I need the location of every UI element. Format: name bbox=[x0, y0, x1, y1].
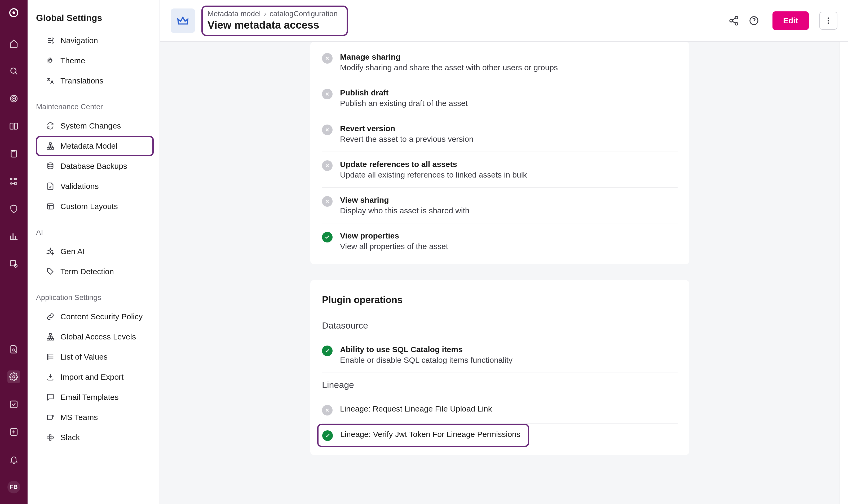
sidebar-item-metadata-model[interactable]: Metadata Model bbox=[36, 136, 154, 156]
check-icon bbox=[322, 232, 332, 242]
svg-point-22 bbox=[51, 60, 52, 60]
svg-rect-10 bbox=[15, 183, 17, 184]
sidebar-item-label: Term Detection bbox=[60, 267, 114, 276]
settings-sidebar: Global Settings NavigationThemeTranslati… bbox=[28, 0, 160, 504]
sidebar-item-theme[interactable]: Theme bbox=[36, 51, 154, 71]
svg-point-8 bbox=[10, 183, 12, 184]
sidebar-item-validations[interactable]: Validations bbox=[36, 176, 154, 196]
topbar: Metadata model › catalogConfiguration Vi… bbox=[160, 0, 848, 42]
sidebar-item-system-changes[interactable]: System Changes bbox=[36, 116, 154, 136]
svg-point-43 bbox=[730, 19, 733, 22]
plugin-row: Lineage: Verify Jwt Token For Lineage Pe… bbox=[317, 424, 529, 447]
sidebar-item-label: Gen AI bbox=[60, 247, 85, 256]
sidebar-group-label: Maintenance Center bbox=[36, 103, 154, 111]
sidebar-item-translations[interactable]: Translations bbox=[36, 71, 154, 91]
rail-home-icon[interactable] bbox=[7, 37, 20, 50]
icon-rail: FB bbox=[0, 0, 28, 504]
plugin-subsection-title: Lineage bbox=[322, 373, 678, 396]
edit-button[interactable]: Edit bbox=[773, 12, 809, 30]
svg-point-33 bbox=[47, 355, 48, 356]
svg-rect-32 bbox=[49, 338, 51, 340]
check-icon bbox=[322, 430, 333, 441]
rail-bell-icon[interactable] bbox=[7, 453, 20, 466]
plugin-row: Lineage: Request Lineage File Upload Lin… bbox=[322, 396, 678, 424]
permission-desc: Update all existing references to linked… bbox=[340, 170, 527, 179]
permission-row: View sharingDisplay who this asset is sh… bbox=[322, 187, 678, 223]
plugin-row-title: Ability to use SQL Catalog items bbox=[340, 345, 512, 354]
rail-shield-icon[interactable] bbox=[7, 202, 20, 215]
svg-rect-36 bbox=[48, 415, 52, 420]
permission-row: Revert versionRevert the asset to a prev… bbox=[322, 116, 678, 152]
sidebar-item-label: List of Values bbox=[60, 353, 108, 361]
permission-title: View sharing bbox=[340, 196, 470, 204]
breadcrumb-item[interactable]: Metadata model bbox=[208, 10, 261, 18]
rail-inspect-icon[interactable] bbox=[7, 257, 20, 270]
rail-book-icon[interactable] bbox=[7, 120, 20, 132]
sidebar-item-content-security-policy[interactable]: Content Security Policy bbox=[36, 307, 154, 327]
plugin-row-label: Lineage: Request Lineage File Upload Lin… bbox=[340, 404, 492, 413]
svg-rect-26 bbox=[49, 148, 51, 149]
help-icon[interactable] bbox=[747, 14, 761, 28]
sidebar-title: Global Settings bbox=[28, 0, 160, 31]
sidebar-item-email-templates[interactable]: Email Templates bbox=[36, 387, 154, 407]
avatar[interactable]: FB bbox=[7, 481, 20, 493]
sidebar-group-label: Application Settings bbox=[36, 293, 154, 302]
breadcrumb-item[interactable]: catalogConfiguration bbox=[270, 10, 338, 18]
sidebar-item-label: Translations bbox=[60, 76, 103, 85]
right-gutter bbox=[840, 42, 848, 504]
sidebar-item-term-detection[interactable]: Term Detection bbox=[36, 262, 154, 282]
sidebar-item-ms-teams[interactable]: MS Teams bbox=[36, 407, 154, 428]
share-icon[interactable] bbox=[727, 14, 741, 28]
svg-rect-41 bbox=[51, 437, 54, 438]
sidebar-item-label: Database Backups bbox=[60, 162, 127, 170]
sync-icon bbox=[46, 121, 55, 131]
svg-point-42 bbox=[735, 16, 738, 19]
rail-target-icon[interactable] bbox=[7, 92, 20, 105]
sidebar-item-navigation[interactable]: Navigation bbox=[36, 31, 154, 51]
sidebar-item-label: Navigation bbox=[60, 36, 98, 45]
permission-desc: Revert the asset to a previous version bbox=[340, 134, 473, 144]
svg-point-20 bbox=[49, 60, 50, 60]
sidebar-item-database-backups[interactable]: Database Backups bbox=[36, 156, 154, 176]
plugin-subsection-title: Datasource bbox=[322, 313, 678, 337]
svg-rect-25 bbox=[52, 148, 54, 149]
page-title: View metadata access bbox=[208, 19, 338, 31]
check-icon bbox=[322, 345, 332, 356]
rail-settings-icon[interactable] bbox=[7, 371, 20, 383]
sidebar-item-gen-ai[interactable]: Gen AI bbox=[36, 241, 154, 262]
permission-row: View propertiesView all properties of th… bbox=[322, 223, 678, 259]
svg-rect-29 bbox=[49, 334, 51, 335]
app-logo-icon bbox=[7, 6, 20, 19]
svg-rect-6 bbox=[11, 150, 16, 157]
x-icon bbox=[322, 53, 332, 64]
plugin-section-title: Plugin operations bbox=[322, 280, 678, 313]
rail-check-icon[interactable] bbox=[7, 398, 20, 411]
database-icon bbox=[46, 161, 55, 171]
sidebar-item-custom-layouts[interactable]: Custom Layouts bbox=[36, 196, 154, 216]
rail-search-icon[interactable] bbox=[7, 65, 20, 77]
permission-row: Manage sharingModify sharing and share t… bbox=[322, 44, 678, 80]
permission-title: Update references to all assets bbox=[340, 160, 527, 169]
rail-clipboard-icon[interactable] bbox=[7, 147, 20, 160]
sidebar-item-slack[interactable]: Slack bbox=[36, 428, 154, 448]
sidebar-item-import-and-export[interactable]: Import and Export bbox=[36, 367, 154, 387]
rail-doc-search-icon[interactable] bbox=[7, 343, 20, 356]
plugin-row-desc: Enable or disable SQL catalog items func… bbox=[340, 356, 512, 365]
sidebar-item-label: MS Teams bbox=[60, 413, 98, 422]
svg-point-5 bbox=[14, 98, 14, 99]
svg-point-17 bbox=[52, 38, 53, 39]
sidebar-item-global-access-levels[interactable]: Global Access Levels bbox=[36, 327, 154, 347]
permission-row: Update references to all assetsUpdate al… bbox=[322, 152, 678, 187]
rail-flow-icon[interactable] bbox=[7, 175, 20, 187]
permission-title: Manage sharing bbox=[340, 52, 558, 61]
more-button[interactable] bbox=[819, 12, 837, 30]
rail-chart-icon[interactable] bbox=[7, 230, 20, 243]
svg-rect-38 bbox=[50, 434, 51, 437]
sidebar-item-list-of-values[interactable]: List of Values bbox=[36, 347, 154, 367]
rail-add-panel-icon[interactable] bbox=[7, 426, 20, 438]
svg-point-34 bbox=[47, 356, 48, 358]
sparkle-icon bbox=[46, 247, 55, 256]
svg-point-47 bbox=[828, 20, 829, 21]
main-content: Metadata model › catalogConfiguration Vi… bbox=[160, 0, 848, 504]
sidebar-item-label: Content Security Policy bbox=[60, 312, 143, 321]
